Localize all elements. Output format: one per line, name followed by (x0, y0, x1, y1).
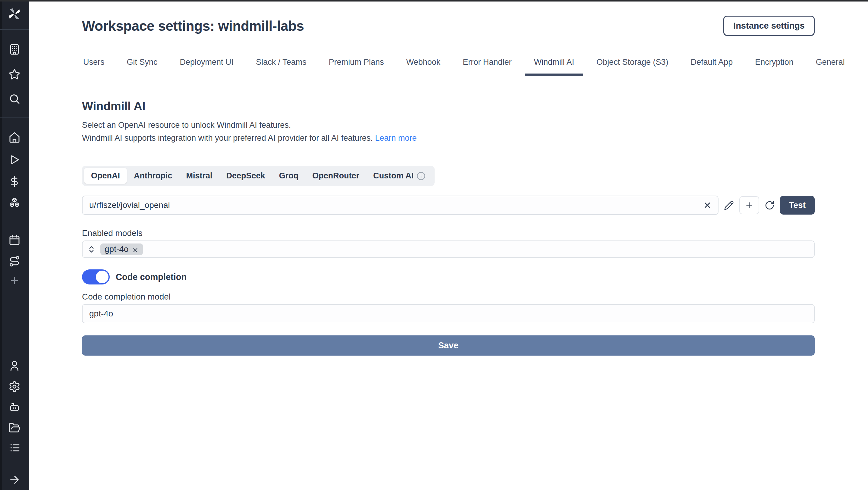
info-icon (416, 172, 426, 181)
folder-open-icon[interactable] (8, 422, 21, 434)
tab-encryption[interactable]: Encryption (754, 58, 795, 75)
tab-webhook[interactable]: Webhook (405, 58, 442, 75)
tab-default-app[interactable]: Default App (689, 58, 734, 75)
tab-premium-plans[interactable]: Premium Plans (328, 58, 385, 75)
tag-remove-x-icon[interactable] (132, 246, 138, 252)
section-heading: Windmill AI (82, 99, 815, 113)
clear-x-icon[interactable] (703, 201, 712, 210)
save-button[interactable]: Save (82, 335, 815, 356)
code-completion-model-input[interactable] (89, 309, 808, 319)
tab-slack-teams[interactable]: Slack / Teams (255, 58, 308, 75)
code-completion-model-label: Code completion model (82, 292, 815, 302)
model-tag: gpt-4o (100, 244, 143, 255)
tab-deployment-ui[interactable]: Deployment UI (179, 58, 235, 75)
ai-bot-icon[interactable] (8, 401, 21, 413)
search-icon[interactable] (8, 93, 21, 105)
provider-anthropic[interactable]: Anthropic (127, 168, 179, 184)
tab-object-storage-s3[interactable]: Object Storage (S3) (595, 58, 670, 75)
home-icon[interactable] (8, 131, 21, 144)
billing-dollar-icon[interactable] (8, 175, 21, 187)
chevrons-up-down-icon[interactable] (87, 245, 96, 253)
provider-custom-ai[interactable]: Custom AI (366, 168, 433, 184)
tab-general[interactable]: General (815, 58, 846, 75)
add-plus-icon[interactable] (8, 275, 21, 286)
code-completion-toggle[interactable] (82, 269, 110, 284)
settings-tab-bar: Users Git Sync Deployment UI Slack / Tea… (82, 58, 815, 75)
page-title: Workspace settings: windmill-labs (82, 18, 304, 34)
provider-deepseek[interactable]: DeepSeek (219, 168, 272, 184)
add-resource-plus-button[interactable] (739, 196, 759, 214)
resource-picker-row: Test (82, 195, 815, 215)
code-completion-row: Code completion (82, 269, 815, 284)
test-button[interactable]: Test (780, 196, 815, 215)
code-completion-label: Code completion (116, 272, 187, 282)
flows-route-icon[interactable] (8, 255, 21, 267)
tab-git-sync[interactable]: Git Sync (126, 58, 159, 75)
enabled-models-multiselect[interactable]: gpt-4o (82, 241, 815, 258)
description-line-2: Windmill AI supports integration with yo… (82, 132, 815, 145)
ai-provider-tabs: OpenAI Anthropic Mistral DeepSeek Groq O… (82, 166, 435, 186)
provider-mistral[interactable]: Mistral (179, 168, 219, 184)
model-tag-label: gpt-4o (104, 244, 128, 254)
tab-users[interactable]: Users (82, 58, 106, 75)
description-line-1: Select an OpenAI resource to unlock Wind… (82, 119, 815, 132)
tab-error-handler[interactable]: Error Handler (461, 58, 513, 75)
learn-more-link[interactable]: Learn more (375, 133, 416, 143)
sidebar-divider (0, 29, 29, 30)
code-completion-model-field[interactable] (82, 304, 815, 323)
collapse-arrow-right-icon[interactable] (8, 474, 21, 486)
main-panel: Workspace settings: windmill-labs Instan… (29, 0, 868, 490)
provider-openai[interactable]: OpenAI (84, 168, 127, 184)
sidebar-divider (0, 117, 29, 118)
edit-pencil-icon[interactable] (724, 201, 734, 210)
provider-openrouter[interactable]: OpenRouter (305, 168, 366, 184)
openai-resource-field[interactable] (82, 195, 718, 215)
window-top-edge (0, 0, 868, 1)
tab-windmill-ai[interactable]: Windmill AI (532, 58, 575, 75)
favorites-star-icon[interactable] (8, 68, 21, 80)
sidebar (0, 0, 29, 490)
audit-list-icon[interactable] (8, 442, 21, 454)
settings-gear-icon[interactable] (8, 380, 21, 393)
account-user-icon[interactable] (8, 360, 21, 372)
toggle-knob (96, 271, 108, 283)
openai-resource-input[interactable] (89, 200, 703, 210)
page-header: Workspace settings: windmill-labs Instan… (82, 0, 815, 36)
refresh-icon[interactable] (765, 201, 775, 210)
provider-groq[interactable]: Groq (272, 168, 306, 184)
runs-play-icon[interactable] (8, 154, 21, 166)
workspace-building-icon[interactable] (8, 43, 21, 56)
windmill-logo-icon[interactable] (7, 7, 22, 21)
instance-settings-button[interactable]: Instance settings (723, 16, 815, 36)
section-description: Select an OpenAI resource to unlock Wind… (82, 119, 815, 145)
schedules-calendar-icon[interactable] (8, 234, 21, 246)
enabled-models-label: Enabled models (82, 228, 815, 238)
resources-boxes-icon[interactable] (8, 197, 21, 209)
